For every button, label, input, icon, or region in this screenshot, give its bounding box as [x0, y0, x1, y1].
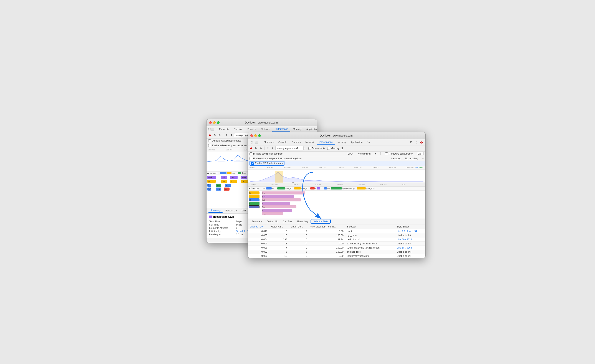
flame-sja[interactable]: sJa	[262, 198, 301, 201]
minimize-button-2[interactable]	[254, 134, 257, 137]
table-cell[interactable]: Line 58:42522	[395, 237, 425, 241]
col-match-co[interactable]: Match Co...	[289, 224, 309, 229]
tab-calltree-2[interactable]: Call Tree	[281, 219, 295, 223]
tab-bottomup-1[interactable]: Bottom-Up	[223, 209, 239, 212]
tab-console-2[interactable]: Console	[276, 140, 289, 144]
disable-js-checkbox-1[interactable]	[208, 139, 211, 142]
tab-sources-2[interactable]: Sources	[290, 140, 303, 144]
reload-btn-1[interactable]: ↻	[212, 133, 217, 137]
flame-task-2[interactable]: Task	[221, 176, 227, 179]
tab-eventlog-2[interactable]: Event Log	[295, 219, 310, 223]
tab-application-2[interactable]: Application	[349, 140, 365, 144]
tab-application-1[interactable]: Application	[304, 127, 317, 131]
table-cell: input[type="range" i]:disabled	[345, 258, 395, 258]
tab-summary-1[interactable]: Summary	[208, 208, 223, 213]
tab-network-1[interactable]: Network	[259, 127, 272, 131]
url-input-2[interactable]	[275, 146, 304, 150]
col-style-sheet[interactable]: Style Sheet	[395, 224, 425, 229]
advanced-paint-checkbox-1[interactable]	[208, 144, 211, 147]
record-btn-1[interactable]: ⏺	[208, 133, 212, 137]
hardware-value-input[interactable]	[417, 152, 424, 155]
tab-memory-2[interactable]: Memory	[335, 140, 348, 144]
tab-more-2[interactable]: >>	[365, 140, 372, 144]
flame-gja[interactable]: gJa	[262, 195, 294, 198]
upload-btn-2[interactable]: ⬆	[266, 146, 270, 150]
inspect-icon[interactable]: ⬚	[208, 127, 211, 131]
memory-input-2[interactable]	[327, 147, 330, 150]
flame-j[interactable]: J	[249, 195, 260, 198]
screenshots-checkbox-2[interactable]: Screenshots	[308, 147, 325, 150]
disable-js-label-1[interactable]: Disable JavaScript samples	[208, 139, 241, 142]
flame-m[interactable]: m...	[262, 202, 290, 205]
minimize-button-1[interactable]	[213, 121, 216, 124]
flame-eval[interactable]: Eval...ipt	[221, 180, 227, 183]
flame-h[interactable]: H	[249, 205, 260, 208]
col-match-att[interactable]: Match Att...	[269, 224, 289, 229]
advanced-paint-label-2[interactable]: Enable advanced paint instrumentation (s…	[249, 157, 302, 160]
flame-paren3[interactable]: (...)	[224, 188, 230, 191]
css-selector-label[interactable]: Enable CSS selector stats	[255, 162, 283, 165]
tab-elements-2[interactable]: Elements	[262, 140, 276, 144]
flame-paren1[interactable]: (...)	[207, 188, 211, 191]
disable-js-label-2[interactable]: Disable JavaScript samples	[249, 152, 283, 155]
table-cell[interactable]: Line 58:39963	[395, 245, 425, 250]
flame-dash[interactable]: —...	[262, 212, 283, 215]
flame-paren-r2[interactable]: (...)	[262, 209, 292, 212]
tab-summary-2[interactable]: Summary	[249, 219, 264, 223]
table-cell[interactable]: Line 1:1 , Line 1:54	[395, 229, 425, 233]
flame-ans[interactable]: (an...s)	[216, 184, 221, 187]
table-row: 0.0031300.00a:-webkit-any-link:read-writ…	[248, 241, 425, 245]
close-button-2[interactable]	[250, 134, 253, 137]
inspect-icon-2[interactable]: ⬚	[249, 140, 254, 144]
screenshots-input-2[interactable]	[308, 147, 311, 150]
tab-elements-1[interactable]: Elements	[217, 127, 231, 131]
download-btn-1[interactable]: ⬇	[229, 133, 234, 137]
reload-btn-2[interactable]: ↻	[254, 146, 258, 150]
tab-sources-1[interactable]: Sources	[245, 127, 258, 131]
flame-paren-r[interactable]: (...)	[262, 191, 305, 195]
flame-et[interactable]: E...t	[207, 184, 211, 187]
settings-button-2[interactable]: ⚙	[409, 140, 413, 144]
css-selector-checkbox[interactable]	[251, 162, 254, 165]
flame-k[interactable]: K	[249, 191, 260, 195]
tab-memory-1[interactable]: Memory	[291, 127, 304, 131]
memory-checkbox-2[interactable]: Memory	[327, 147, 340, 150]
flame-ja[interactable]: ja	[249, 198, 260, 201]
flame-f[interactable]: F	[249, 202, 260, 205]
tab-bottomup-2[interactable]: Bottom-Up	[264, 219, 280, 223]
hardware-checkbox-2[interactable]	[385, 152, 388, 155]
clear-btn-2[interactable]: ⊘	[259, 146, 263, 150]
download-btn-2[interactable]: ⬇	[270, 146, 275, 150]
flame-v[interactable]: v...	[262, 205, 297, 208]
maximize-button-2[interactable]	[258, 134, 261, 137]
tab-network-2[interactable]: Network	[303, 140, 316, 144]
tab-performance-2[interactable]: Performance	[317, 140, 335, 145]
tab-console-1[interactable]: Console	[232, 127, 245, 131]
flame-b[interactable]: b...	[225, 184, 231, 187]
flame-task-4[interactable]: Task	[241, 176, 247, 179]
flame-f[interactable]: F...	[230, 180, 237, 183]
advanced-paint-checkbox-2[interactable]	[249, 157, 252, 160]
clear-btn-1[interactable]: ⊘	[217, 133, 222, 137]
close-button-1[interactable]	[209, 121, 212, 124]
flame-pal[interactable]: Pa...L	[207, 180, 216, 183]
device-icon[interactable]: ⬜	[211, 127, 214, 131]
refresh-button-2[interactable]: ⚙	[419, 140, 424, 144]
storage-icon-2[interactable]: 🗄	[341, 147, 343, 150]
flame-area-2[interactable]: K J ja F H (...) gJa sJa	[248, 191, 425, 219]
tab-performance-1[interactable]: Performance	[272, 127, 290, 132]
col-selector[interactable]: Selector	[345, 224, 395, 229]
more-button-2[interactable]: ⋮	[414, 140, 418, 144]
flame-task-3[interactable]: Task	[230, 176, 238, 179]
flame-task-1[interactable]: Task	[207, 176, 216, 179]
flame-paren2[interactable]: (...)	[216, 188, 221, 191]
record-btn-2[interactable]: ⏺	[249, 146, 253, 150]
url-dropdown-2[interactable]: ▾	[305, 147, 305, 149]
disable-js-checkbox-2[interactable]	[249, 152, 252, 155]
upload-btn-1[interactable]: ⬆	[225, 133, 229, 137]
maximize-button-1[interactable]	[217, 121, 220, 124]
col-slow-path[interactable]: % of slow-path non-m...	[309, 224, 345, 229]
col-elapsed[interactable]: Elapsed ... ▾	[248, 224, 269, 229]
device-icon-2[interactable]: ⬜	[254, 140, 259, 144]
tab-selectorstats-2[interactable]: Selector Stats	[311, 219, 331, 224]
